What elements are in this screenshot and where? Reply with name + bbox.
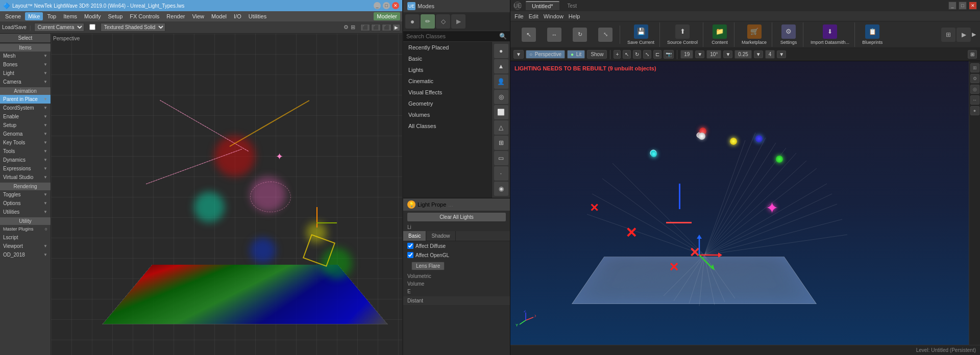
- vp-btn-1[interactable]: ⬛: [360, 24, 370, 31]
- right-icon-1[interactable]: ⊞: [970, 63, 979, 72]
- tab-basic[interactable]: Basic: [403, 231, 426, 241]
- menu-mike[interactable]: Mike: [25, 12, 43, 20]
- menu-modeler[interactable]: Modeler: [374, 12, 400, 20]
- vp-btn-3[interactable]: ⬛: [382, 24, 391, 31]
- close-button[interactable]: ✕: [392, 2, 399, 9]
- lightwave-viewport[interactable]: ✦ Perspective: [51, 34, 402, 355]
- sidebar-virtual-studio[interactable]: Virtual Studio▼: [0, 173, 51, 182]
- mode-circle-icon[interactable]: ◎: [494, 90, 508, 104]
- sidebar-viewport[interactable]: Viewport▼: [0, 242, 51, 250]
- affect-diffuse-checkbox[interactable]: [407, 243, 413, 249]
- menu-model[interactable]: Model: [208, 12, 230, 20]
- menu-file[interactable]: File: [514, 13, 524, 19]
- vp-transform-2[interactable]: ↖: [623, 50, 631, 59]
- sidebar-options[interactable]: Options▼: [0, 199, 51, 208]
- menu-view[interactable]: View: [189, 12, 207, 20]
- menu-top[interactable]: Top: [44, 12, 59, 20]
- mode-flat-icon[interactable]: ▭: [494, 151, 508, 165]
- vp-dropdown-btn[interactable]: ▼: [513, 50, 524, 59]
- lens-flare-button[interactable]: Lens Flare: [411, 262, 445, 270]
- sidebar-expressions[interactable]: Expressions▼: [0, 164, 51, 173]
- vp-btn-2[interactable]: ⬛: [371, 24, 381, 31]
- right-icon-4[interactable]: ↔: [970, 95, 979, 105]
- camera-checkbox[interactable]: [89, 24, 95, 30]
- sidebar-enable[interactable]: Enable▼: [0, 112, 51, 121]
- perspective-btn[interactable]: ○ Perspective: [526, 50, 565, 59]
- right-icon-3[interactable]: ◎: [970, 85, 979, 94]
- vp-grid-down[interactable]: ▼: [695, 50, 704, 58]
- import-datasmith-button[interactable]: ⬇ Import Datasmith...: [807, 22, 852, 47]
- vp-scale-down[interactable]: ▼: [754, 50, 763, 58]
- mode-grid-icon[interactable]: ⊞: [494, 136, 508, 150]
- vp-transform-1[interactable]: +: [614, 50, 621, 59]
- sidebar-mesh[interactable]: Mesh▼: [0, 52, 51, 60]
- tool-scale[interactable]: ⤡: [593, 26, 618, 44]
- mode-triangle-icon[interactable]: △: [494, 120, 508, 135]
- ue-close-btn[interactable]: ✕: [969, 2, 977, 10]
- affect-opengl-checkbox[interactable]: [407, 252, 413, 258]
- sidebar-key-tools[interactable]: Key Tools▼: [0, 138, 51, 147]
- green-sphere[interactable]: [776, 156, 783, 163]
- tool-rotate[interactable]: ↻: [568, 26, 592, 44]
- search-input[interactable]: [406, 33, 499, 39]
- mode-icon-expand[interactable]: ▶: [451, 14, 465, 29]
- sidebar-od2018[interactable]: OD_2018▼: [0, 250, 51, 259]
- delete-marker-3[interactable]: ✕: [669, 260, 679, 274]
- menu-fx-controls[interactable]: FX Controls: [127, 12, 162, 20]
- menu-utilities[interactable]: Utilities: [246, 12, 270, 20]
- vp-angle-down[interactable]: ▼: [723, 50, 732, 58]
- vp-btn-4[interactable]: ▶: [393, 24, 400, 31]
- menu-io[interactable]: I/O: [231, 12, 244, 20]
- mode-geometry[interactable]: Geometry: [403, 98, 492, 109]
- tab-shadow[interactable]: Shadow: [426, 231, 455, 241]
- mode-disk-icon[interactable]: ◉: [494, 182, 508, 196]
- clear-all-lights-button[interactable]: Clear All Lights: [407, 213, 506, 221]
- mode-figure-icon[interactable]: 👤: [494, 74, 508, 89]
- mode-box-icon[interactable]: ⬜: [494, 105, 508, 119]
- vp-surface-snap[interactable]: ⊏: [653, 50, 662, 59]
- load-save-btn[interactable]: Load/Save: [2, 24, 27, 30]
- maximize-button[interactable]: □: [383, 2, 390, 9]
- sidebar-lscript[interactable]: Lscript: [0, 233, 51, 242]
- menu-render[interactable]: Render: [163, 12, 188, 20]
- sidebar-parent-in-place[interactable]: Parent in Place▼: [0, 95, 51, 104]
- vp-maximize-btn[interactable]: ⊞: [968, 50, 977, 59]
- sidebar-utilities[interactable]: Utilities▼: [0, 208, 51, 216]
- mode-icon-brush[interactable]: ✏: [421, 14, 435, 29]
- sidebar-setup[interactable]: Setup▼: [0, 121, 51, 130]
- mode-icon-shape[interactable]: ◇: [436, 14, 450, 29]
- menu-setup[interactable]: Setup: [105, 12, 126, 20]
- menu-window[interactable]: Window: [544, 13, 564, 19]
- menu-scene[interactable]: Scene: [2, 12, 24, 20]
- right-icon-5[interactable]: ●: [970, 106, 979, 115]
- sidebar-light[interactable]: Light▼: [0, 69, 51, 78]
- mode-lights[interactable]: Lights: [403, 64, 492, 75]
- yellow-sphere[interactable]: [730, 138, 737, 145]
- menu-edit[interactable]: Edit: [529, 13, 538, 19]
- source-control-button[interactable]: ⬆ Source Control: [664, 22, 701, 47]
- content-button[interactable]: 📁 Content: [707, 22, 732, 47]
- sidebar-genoma[interactable]: Genoma▼: [0, 130, 51, 138]
- menu-modify[interactable]: Modify: [81, 12, 104, 20]
- tool-select[interactable]: ↖: [517, 26, 541, 44]
- mode-icon-sphere[interactable]: ●: [405, 14, 420, 29]
- mode-cone-icon[interactable]: ▲: [494, 59, 508, 73]
- save-current-button[interactable]: 💾 Save Current: [624, 22, 657, 47]
- settings-button[interactable]: ⚙ Settings: [776, 22, 801, 47]
- ue-tab[interactable]: Untitled*: [526, 1, 559, 10]
- vp-transform-3[interactable]: ↻: [633, 50, 641, 59]
- mode-dot-icon[interactable]: ·: [494, 166, 508, 181]
- marketplace-button[interactable]: 🛒 Marketplace: [739, 22, 770, 47]
- vp-camera[interactable]: 📷: [664, 50, 674, 59]
- mode-cinematic[interactable]: Cinematic: [403, 75, 492, 87]
- minimize-button[interactable]: _: [374, 2, 381, 9]
- show-btn[interactable]: Show: [587, 50, 607, 59]
- ue-maximize-btn[interactable]: □: [959, 2, 967, 10]
- toolbar-arrow-right[interactable]: ▶: [972, 31, 976, 38]
- mode-basic[interactable]: Basic: [403, 53, 492, 64]
- mode-recently-placed[interactable]: Recently Placed: [403, 42, 492, 53]
- camera-select[interactable]: Current Camera: [34, 23, 84, 32]
- tool-translate[interactable]: ↔: [542, 26, 567, 44]
- view-icon[interactable]: ⊞: [351, 24, 355, 31]
- mode-visual-effects[interactable]: Visual Effects: [403, 87, 492, 98]
